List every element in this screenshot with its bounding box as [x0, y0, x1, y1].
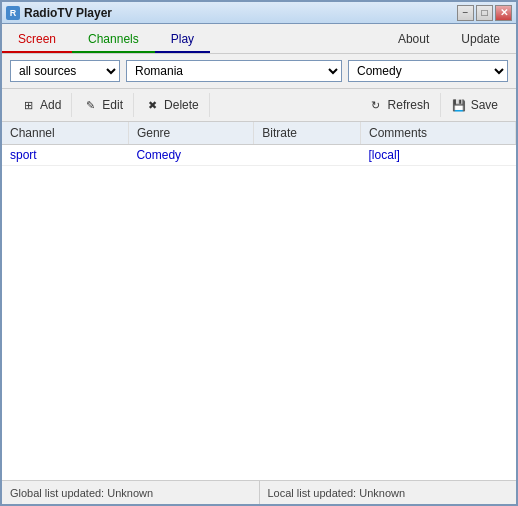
table-row[interactable]: sport Comedy [local] — [2, 145, 516, 166]
global-status-text: Global list updated: Unknown — [10, 487, 153, 499]
table-body: sport Comedy [local] — [2, 145, 516, 166]
delete-button[interactable]: ✖ Delete — [134, 93, 210, 117]
minimize-button[interactable]: − — [457, 5, 474, 21]
menu-bar: Screen Channels Play About Update — [2, 24, 516, 54]
tab-update[interactable]: Update — [445, 28, 516, 50]
refresh-button[interactable]: ↻ Refresh — [358, 93, 441, 117]
col-comments: Comments — [361, 122, 516, 145]
global-status: Global list updated: Unknown — [2, 481, 260, 504]
tab-play[interactable]: Play — [155, 24, 210, 53]
cell-channel: sport — [2, 145, 128, 166]
filter-bar: all sources local online Romania USA UK … — [2, 54, 516, 89]
tab-channels[interactable]: Channels — [72, 24, 155, 53]
tab-screen[interactable]: Screen — [2, 24, 72, 53]
close-button[interactable]: ✕ — [495, 5, 512, 21]
channel-table-area[interactable]: Channel Genre Bitrate Comments sport Com… — [2, 122, 516, 480]
edit-label: Edit — [102, 98, 123, 112]
add-icon: ⊞ — [20, 97, 36, 113]
title-buttons: − □ ✕ — [457, 5, 512, 21]
table-header: Channel Genre Bitrate Comments — [2, 122, 516, 145]
cell-bitrate — [254, 145, 361, 166]
delete-label: Delete — [164, 98, 199, 112]
col-channel: Channel — [2, 122, 128, 145]
main-window: R RadioTV Player − □ ✕ Screen Channels P… — [0, 0, 518, 506]
col-bitrate: Bitrate — [254, 122, 361, 145]
status-bar: Global list updated: Unknown Local list … — [2, 480, 516, 504]
refresh-icon: ↻ — [368, 97, 384, 113]
save-icon: 💾 — [451, 97, 467, 113]
toolbar: ⊞ Add ✎ Edit ✖ Delete ↻ Refresh 💾 Save — [2, 89, 516, 122]
edit-button[interactable]: ✎ Edit — [72, 93, 134, 117]
add-button[interactable]: ⊞ Add — [10, 93, 72, 117]
cell-genre: Comedy — [128, 145, 253, 166]
channel-table: Channel Genre Bitrate Comments sport Com… — [2, 122, 516, 166]
col-genre: Genre — [128, 122, 253, 145]
add-label: Add — [40, 98, 61, 112]
country-select[interactable]: Romania USA UK — [126, 60, 342, 82]
edit-icon: ✎ — [82, 97, 98, 113]
title-bar: R RadioTV Player − □ ✕ — [2, 2, 516, 24]
tab-about[interactable]: About — [382, 28, 445, 50]
maximize-button[interactable]: □ — [476, 5, 493, 21]
genre-select[interactable]: Comedy Action Drama News Sports — [348, 60, 508, 82]
local-status-text: Local list updated: Unknown — [268, 487, 406, 499]
sources-select[interactable]: all sources local online — [10, 60, 120, 82]
local-status: Local list updated: Unknown — [260, 481, 517, 504]
cell-comments: [local] — [361, 145, 516, 166]
save-label: Save — [471, 98, 498, 112]
save-button[interactable]: 💾 Save — [441, 93, 508, 117]
menu-right: About Update — [382, 24, 516, 53]
app-icon: R — [6, 6, 20, 20]
delete-icon: ✖ — [144, 97, 160, 113]
window-title: RadioTV Player — [24, 6, 457, 20]
refresh-label: Refresh — [388, 98, 430, 112]
